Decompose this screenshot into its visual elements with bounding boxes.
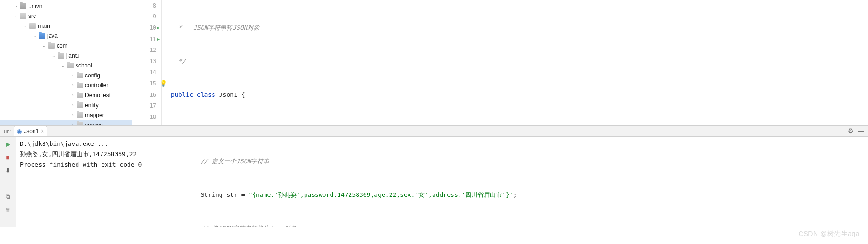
fold-column [162, 0, 167, 125]
print-button[interactable]: 🖶 [3, 205, 13, 215]
tree-item-main[interactable]: ⌄main [0, 21, 132, 31]
tree-item-demotest[interactable]: ›DemoTest [0, 90, 132, 100]
tree-item-label: ..mvn [28, 3, 42, 9]
tree-item-label: controller [85, 82, 108, 89]
tree-item-label: config [85, 72, 100, 79]
tree-item-jiantu[interactable]: ⌄jiantu [0, 50, 132, 60]
line-number[interactable]: 10▶ [132, 22, 161, 34]
chevron-right-icon[interactable]: › [70, 122, 76, 126]
line-number[interactable]: 12 [132, 44, 161, 56]
chevron-right-icon[interactable]: › [70, 83, 76, 88]
exit-button[interactable]: ⬇ [3, 165, 13, 176]
tree-item-mapper[interactable]: ›mapper [0, 110, 132, 120]
tree-item-controller[interactable]: ›controller [0, 80, 132, 90]
line-number[interactable]: 16 [132, 89, 161, 101]
run-tab[interactable]: ◉ Json1 × [14, 126, 47, 136]
code-line: // 定义一个JSON字符串 [171, 156, 868, 167]
run-gutter-icon[interactable]: ▶ [155, 22, 162, 34]
line-number[interactable]: 13 [132, 56, 161, 67]
folder-icon [58, 53, 64, 59]
rerun-button[interactable]: ▶ [3, 139, 13, 149]
tree-item-label: school [76, 62, 92, 69]
folder-icon [20, 13, 26, 19]
run-tab-bar: un: ◉ Json1 × ⚙ — [0, 126, 868, 137]
chevron-down-icon[interactable]: ⌄ [23, 23, 28, 29]
tree-item-entity[interactable]: ›entity [0, 100, 132, 110]
close-icon[interactable]: × [41, 128, 44, 135]
chevron-right-icon[interactable]: › [70, 73, 76, 78]
tree-item-src[interactable]: ⌄src [0, 11, 132, 21]
stop-button[interactable]: ■ [3, 152, 13, 162]
code-line: // 将JSON字符串转换为java对象 [171, 223, 868, 227]
chevron-down-icon[interactable]: ⌄ [51, 53, 57, 59]
code-content[interactable]: * JSON字符串转JSON对象 */ public class Json1 {… [167, 0, 868, 125]
line-number[interactable]: 8 [132, 0, 161, 11]
console-toolbar: ▶ ■ ⬇ ≡ ⧉ 🖶 [0, 137, 16, 227]
run-label: un: [1, 128, 14, 134]
folder-icon [77, 73, 83, 78]
java-class-icon: ◉ [17, 128, 22, 135]
line-number[interactable]: 15💡 [132, 78, 161, 89]
chevron-down-icon[interactable]: ⌄ [60, 63, 66, 68]
line-number[interactable]: 9 [132, 11, 161, 23]
editor-gutter: 8910▶11▶12131415💡16171819 [132, 0, 162, 125]
folder-icon [77, 102, 83, 108]
chevron-down-icon[interactable]: ⌄ [42, 43, 47, 49]
line-number[interactable]: 18 [132, 111, 161, 123]
chevron-right-icon[interactable]: › [70, 102, 76, 108]
lightbulb-icon[interactable]: 💡 [160, 78, 167, 89]
tree-item-..mvn[interactable]: ›..mvn [0, 1, 132, 11]
tree-item-config[interactable]: ›config [0, 70, 132, 80]
folder-icon [39, 33, 45, 39]
tree-item-school[interactable]: ⌄school [0, 60, 132, 70]
tree-item-label: service [85, 122, 103, 126]
filter-button[interactable]: ⧉ [3, 192, 13, 202]
folder-icon [48, 43, 55, 49]
folder-icon [77, 122, 83, 126]
folder-icon [77, 93, 83, 98]
chevron-down-icon[interactable]: ⌄ [32, 33, 38, 39]
settings-icon[interactable]: ⚙ [848, 127, 854, 135]
tree-item-label: src [28, 13, 36, 19]
chevron-right-icon[interactable]: › [70, 93, 76, 98]
project-tree[interactable]: ›..mvn⌄src⌄main⌄java⌄com⌄jiantu⌄school›c… [0, 0, 132, 125]
tree-item-label: jiantu [66, 52, 80, 59]
folder-icon [67, 63, 74, 68]
code-line: String str = "{name:'孙燕姿',password:14725… [171, 189, 868, 201]
code-line: public class Json1 { [171, 89, 868, 101]
line-number[interactable]: 17 [132, 100, 161, 111]
chevron-down-icon[interactable]: ⌄ [13, 13, 19, 19]
layout-button[interactable]: ≡ [3, 178, 13, 189]
folder-icon [77, 112, 83, 118]
tree-item-com[interactable]: ⌄com [0, 41, 132, 50]
tree-item-label: DemoTest [85, 92, 111, 99]
line-number[interactable]: 11▶ [132, 34, 161, 45]
folder-icon [77, 83, 83, 88]
tree-item-label: com [57, 42, 68, 49]
tree-item-service[interactable]: ›service [0, 120, 132, 125]
code-line: * JSON字符串转JSON对象 [171, 22, 868, 34]
chevron-right-icon[interactable]: › [13, 3, 19, 9]
chevron-right-icon[interactable]: › [70, 112, 76, 118]
line-number[interactable]: 14 [132, 67, 161, 78]
tree-item-java[interactable]: ⌄java [0, 31, 132, 41]
minimize-icon[interactable]: — [858, 127, 864, 135]
tree-item-label: main [38, 23, 50, 29]
code-editor[interactable]: 8910▶11▶12131415💡16171819 * JSON字符串转JSON… [132, 0, 868, 125]
code-line: */ [171, 56, 868, 67]
run-tab-label: Json1 [24, 128, 39, 135]
tree-item-label: entity [85, 102, 99, 109]
folder-icon [29, 23, 36, 29]
tree-item-label: java [47, 33, 58, 39]
run-gutter-icon[interactable]: ▶ [155, 34, 162, 45]
folder-icon [20, 3, 26, 9]
tree-item-label: mapper [85, 112, 104, 118]
